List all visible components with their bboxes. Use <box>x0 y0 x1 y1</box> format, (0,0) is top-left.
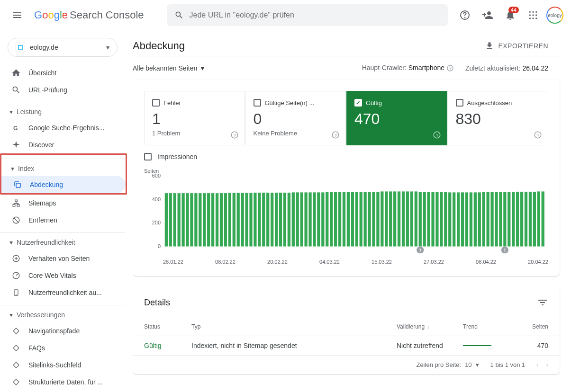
help-icon[interactable]: ? <box>446 64 454 72</box>
svg-rect-108 <box>478 193 481 247</box>
notifications-icon[interactable]: 44 <box>501 6 520 25</box>
next-page-button[interactable]: › <box>546 361 548 368</box>
row-type: Indexiert, nicht in Sitemap gesendet <box>191 342 397 349</box>
menu-button[interactable] <box>8 6 27 25</box>
diamond-icon <box>11 327 21 335</box>
search-box[interactable] <box>167 4 448 26</box>
help-icon[interactable]: ? <box>534 131 542 139</box>
sidebar-item-mobile-usability[interactable]: Nutzerfreundlichkeit au... <box>0 284 125 301</box>
speed-icon <box>11 271 21 280</box>
people-icon[interactable] <box>478 6 497 25</box>
crawler-info: Haupt-Crawler: Smartphone ? <box>362 64 454 72</box>
svg-rect-109 <box>482 192 485 247</box>
svg-rect-61 <box>279 193 282 247</box>
search-icon <box>11 85 21 95</box>
sidebar-item-discover[interactable]: Discover <box>0 136 125 153</box>
row-trend <box>463 345 510 346</box>
sidebar-item-faqs[interactable]: FAQs <box>0 339 125 356</box>
status-value: 470 <box>354 110 439 128</box>
sidebar-item-breadcrumbs[interactable]: Navigationspfade <box>0 322 125 339</box>
svg-rect-104 <box>461 193 464 247</box>
svg-point-3 <box>532 11 534 13</box>
impressions-checkbox[interactable] <box>144 153 152 160</box>
svg-rect-75 <box>338 192 341 247</box>
svg-rect-38 <box>181 193 184 246</box>
status-tab-error[interactable]: Fehler 1 1 Problem ? <box>144 91 245 145</box>
sidebar-item-label: FAQs <box>28 344 45 352</box>
filter-icon[interactable] <box>537 297 548 308</box>
sidebar-item-core-web-vitals[interactable]: Core Web Vitals <box>0 267 125 284</box>
checkbox[interactable] <box>152 99 160 107</box>
status-tab-valid-warning[interactable]: Gültige Seite(n) ... 0 Keine Probleme ? <box>245 91 346 145</box>
sidebar-section-enhancements[interactable]: ▾ Verbesserungen <box>0 305 125 322</box>
sidebar-item-overview[interactable]: Übersicht <box>0 64 125 81</box>
sidebar-item-removals[interactable]: Entfernen <box>0 212 125 229</box>
svg-rect-70 <box>317 193 320 247</box>
plus-circle-icon <box>11 254 21 263</box>
svg-rect-43 <box>203 193 206 246</box>
sidebar-item-label: URL-Prüfung <box>28 86 67 94</box>
help-icon[interactable]: ? <box>433 131 441 139</box>
sidebar-item-coverage[interactable]: Abdeckung <box>1 176 126 193</box>
property-name: eology.de <box>30 44 101 51</box>
checkbox[interactable] <box>254 99 261 107</box>
help-icon[interactable]: ? <box>230 131 239 139</box>
svg-rect-101 <box>448 193 451 247</box>
chevron-down-icon: ▾ <box>9 311 13 319</box>
svg-text:?: ? <box>233 133 236 138</box>
property-selector[interactable]: eology.de ▾ <box>8 38 118 57</box>
sidebar-item-url-inspection[interactable]: URL-Prüfung <box>0 81 125 98</box>
svg-text:?: ? <box>449 66 452 71</box>
rows-per-page[interactable]: Zeilen pro Seite: 10 ▾ <box>416 361 479 368</box>
svg-rect-74 <box>334 192 337 247</box>
checkbox-checked[interactable]: ✓ <box>354 99 362 107</box>
svg-rect-69 <box>313 193 316 247</box>
sidebar-item-label: Strukturierte Daten, für ... <box>28 378 103 386</box>
apps-icon[interactable] <box>524 6 543 25</box>
export-button[interactable]: EXPORTIEREN <box>485 41 548 51</box>
svg-rect-118 <box>520 192 523 247</box>
svg-rect-119 <box>525 192 527 247</box>
svg-rect-76 <box>343 192 345 247</box>
sidebar-item-sitelinks[interactable]: Sitelinks-Suchfeld <box>0 356 125 374</box>
svg-rect-82 <box>368 192 371 247</box>
mobile-icon <box>11 288 21 297</box>
sidebar-section-performance[interactable]: ▾ Leistung <box>0 102 125 119</box>
checkbox[interactable] <box>456 99 463 107</box>
svg-point-5 <box>529 14 531 16</box>
sidebar-item-page-experience[interactable]: Verhalten von Seiten <box>0 250 125 267</box>
sidebar-item-search-results[interactable]: G Google Suche-Ergebnis... <box>0 119 125 136</box>
svg-rect-78 <box>351 192 354 247</box>
table-row[interactable]: Gültig Indexiert, nicht in Sitemap gesen… <box>133 336 560 356</box>
svg-rect-40 <box>190 193 193 246</box>
search-input[interactable] <box>190 11 440 19</box>
sidebar-item-label: Google Suche-Ergebnis... <box>28 124 104 132</box>
svg-rect-122 <box>537 192 540 247</box>
help-icon[interactable]: ? <box>331 131 340 139</box>
help-icon[interactable] <box>455 6 474 25</box>
google-icon: G <box>11 124 21 132</box>
svg-rect-79 <box>355 192 358 247</box>
avatar[interactable]: eology <box>546 7 563 24</box>
svg-rect-60 <box>275 193 278 247</box>
status-tab-valid[interactable]: ✓Gültig 470 ? <box>346 91 447 145</box>
sidebar-item-structured-data[interactable]: Strukturierte Daten, für ... <box>0 374 125 391</box>
svg-text:?: ? <box>335 133 337 138</box>
sidebar-item-sitemaps[interactable]: Sitemaps <box>0 195 125 212</box>
column-validation[interactable]: Validierung ↓ <box>397 323 463 330</box>
svg-rect-100 <box>444 192 447 247</box>
sidebar-section-ux[interactable]: ▾ Nutzerfreundlichkeit <box>0 232 125 250</box>
filter-dropdown[interactable]: Alle bekannten Seiten ▾ <box>133 64 204 72</box>
svg-rect-36 <box>173 193 176 246</box>
prev-page-button[interactable]: ‹ <box>536 361 538 368</box>
impressions-label: Impressionen <box>157 153 197 160</box>
svg-rect-81 <box>363 192 366 247</box>
svg-rect-87 <box>389 192 392 247</box>
svg-rect-39 <box>186 193 189 246</box>
sidebar-section-index[interactable]: ▾ Index <box>1 159 126 176</box>
svg-rect-112 <box>495 192 498 247</box>
svg-rect-89 <box>398 192 400 247</box>
property-icon <box>16 43 25 52</box>
svg-rect-77 <box>347 192 350 247</box>
status-tab-excluded[interactable]: Ausgeschlossen 830 ? <box>448 91 549 145</box>
